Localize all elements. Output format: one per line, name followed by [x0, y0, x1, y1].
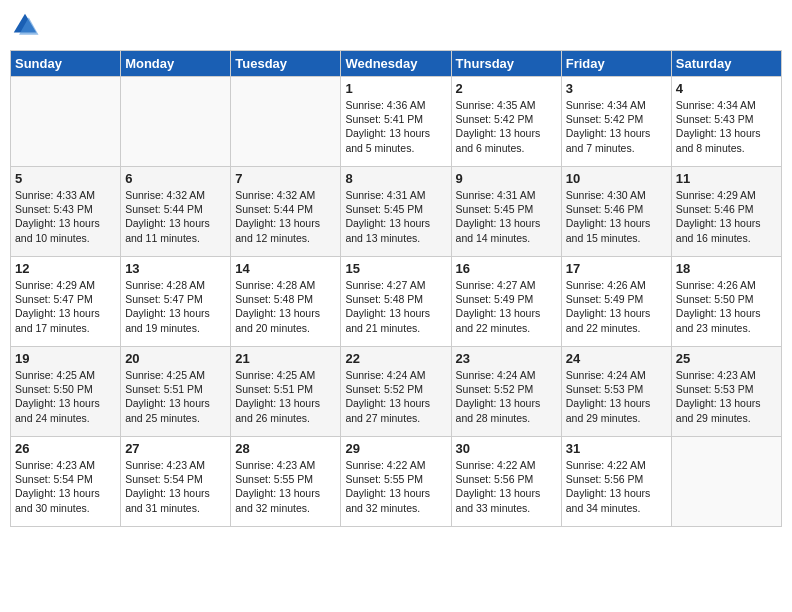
weekday-header: Tuesday [231, 51, 341, 77]
day-content: Sunrise: 4:27 AM Sunset: 5:48 PM Dayligh… [345, 278, 446, 335]
calendar-cell: 4Sunrise: 4:34 AM Sunset: 5:43 PM Daylig… [671, 77, 781, 167]
calendar-cell: 18Sunrise: 4:26 AM Sunset: 5:50 PM Dayli… [671, 257, 781, 347]
day-number: 5 [15, 171, 116, 186]
page-header [10, 10, 782, 40]
weekday-header: Monday [121, 51, 231, 77]
calendar-cell: 28Sunrise: 4:23 AM Sunset: 5:55 PM Dayli… [231, 437, 341, 527]
calendar-cell: 15Sunrise: 4:27 AM Sunset: 5:48 PM Dayli… [341, 257, 451, 347]
day-content: Sunrise: 4:23 AM Sunset: 5:53 PM Dayligh… [676, 368, 777, 425]
calendar-cell: 19Sunrise: 4:25 AM Sunset: 5:50 PM Dayli… [11, 347, 121, 437]
calendar-week: 1Sunrise: 4:36 AM Sunset: 5:41 PM Daylig… [11, 77, 782, 167]
calendar-cell: 1Sunrise: 4:36 AM Sunset: 5:41 PM Daylig… [341, 77, 451, 167]
day-content: Sunrise: 4:22 AM Sunset: 5:55 PM Dayligh… [345, 458, 446, 515]
calendar-cell: 6Sunrise: 4:32 AM Sunset: 5:44 PM Daylig… [121, 167, 231, 257]
day-content: Sunrise: 4:32 AM Sunset: 5:44 PM Dayligh… [125, 188, 226, 245]
calendar-week: 5Sunrise: 4:33 AM Sunset: 5:43 PM Daylig… [11, 167, 782, 257]
day-number: 11 [676, 171, 777, 186]
day-content: Sunrise: 4:29 AM Sunset: 5:47 PM Dayligh… [15, 278, 116, 335]
calendar-cell: 29Sunrise: 4:22 AM Sunset: 5:55 PM Dayli… [341, 437, 451, 527]
day-number: 24 [566, 351, 667, 366]
day-number: 26 [15, 441, 116, 456]
day-content: Sunrise: 4:28 AM Sunset: 5:47 PM Dayligh… [125, 278, 226, 335]
weekday-header: Wednesday [341, 51, 451, 77]
day-number: 18 [676, 261, 777, 276]
day-content: Sunrise: 4:35 AM Sunset: 5:42 PM Dayligh… [456, 98, 557, 155]
day-content: Sunrise: 4:32 AM Sunset: 5:44 PM Dayligh… [235, 188, 336, 245]
calendar-cell: 7Sunrise: 4:32 AM Sunset: 5:44 PM Daylig… [231, 167, 341, 257]
calendar-cell: 21Sunrise: 4:25 AM Sunset: 5:51 PM Dayli… [231, 347, 341, 437]
calendar-cell: 20Sunrise: 4:25 AM Sunset: 5:51 PM Dayli… [121, 347, 231, 437]
calendar-cell: 10Sunrise: 4:30 AM Sunset: 5:46 PM Dayli… [561, 167, 671, 257]
calendar-cell: 9Sunrise: 4:31 AM Sunset: 5:45 PM Daylig… [451, 167, 561, 257]
day-number: 8 [345, 171, 446, 186]
calendar-cell: 5Sunrise: 4:33 AM Sunset: 5:43 PM Daylig… [11, 167, 121, 257]
day-number: 27 [125, 441, 226, 456]
day-number: 29 [345, 441, 446, 456]
day-content: Sunrise: 4:25 AM Sunset: 5:51 PM Dayligh… [235, 368, 336, 425]
day-number: 6 [125, 171, 226, 186]
day-content: Sunrise: 4:36 AM Sunset: 5:41 PM Dayligh… [345, 98, 446, 155]
calendar-header: SundayMondayTuesdayWednesdayThursdayFrid… [11, 51, 782, 77]
day-number: 4 [676, 81, 777, 96]
calendar-week: 19Sunrise: 4:25 AM Sunset: 5:50 PM Dayli… [11, 347, 782, 437]
day-content: Sunrise: 4:24 AM Sunset: 5:53 PM Dayligh… [566, 368, 667, 425]
calendar-cell: 17Sunrise: 4:26 AM Sunset: 5:49 PM Dayli… [561, 257, 671, 347]
day-content: Sunrise: 4:31 AM Sunset: 5:45 PM Dayligh… [456, 188, 557, 245]
day-number: 23 [456, 351, 557, 366]
day-number: 9 [456, 171, 557, 186]
day-content: Sunrise: 4:27 AM Sunset: 5:49 PM Dayligh… [456, 278, 557, 335]
day-content: Sunrise: 4:34 AM Sunset: 5:42 PM Dayligh… [566, 98, 667, 155]
calendar-cell [231, 77, 341, 167]
calendar-cell: 23Sunrise: 4:24 AM Sunset: 5:52 PM Dayli… [451, 347, 561, 437]
weekday-header: Thursday [451, 51, 561, 77]
day-number: 10 [566, 171, 667, 186]
logo [10, 10, 44, 40]
day-number: 19 [15, 351, 116, 366]
calendar-cell [121, 77, 231, 167]
logo-icon [10, 10, 40, 40]
calendar-body: 1Sunrise: 4:36 AM Sunset: 5:41 PM Daylig… [11, 77, 782, 527]
calendar-cell: 31Sunrise: 4:22 AM Sunset: 5:56 PM Dayli… [561, 437, 671, 527]
day-content: Sunrise: 4:25 AM Sunset: 5:51 PM Dayligh… [125, 368, 226, 425]
day-content: Sunrise: 4:26 AM Sunset: 5:49 PM Dayligh… [566, 278, 667, 335]
day-number: 12 [15, 261, 116, 276]
calendar-cell [671, 437, 781, 527]
day-number: 28 [235, 441, 336, 456]
calendar-cell: 12Sunrise: 4:29 AM Sunset: 5:47 PM Dayli… [11, 257, 121, 347]
day-content: Sunrise: 4:23 AM Sunset: 5:54 PM Dayligh… [15, 458, 116, 515]
calendar-week: 12Sunrise: 4:29 AM Sunset: 5:47 PM Dayli… [11, 257, 782, 347]
day-number: 20 [125, 351, 226, 366]
day-number: 21 [235, 351, 336, 366]
day-number: 30 [456, 441, 557, 456]
calendar-cell [11, 77, 121, 167]
calendar-cell: 8Sunrise: 4:31 AM Sunset: 5:45 PM Daylig… [341, 167, 451, 257]
calendar-cell: 16Sunrise: 4:27 AM Sunset: 5:49 PM Dayli… [451, 257, 561, 347]
calendar-cell: 11Sunrise: 4:29 AM Sunset: 5:46 PM Dayli… [671, 167, 781, 257]
calendar-cell: 30Sunrise: 4:22 AM Sunset: 5:56 PM Dayli… [451, 437, 561, 527]
day-content: Sunrise: 4:23 AM Sunset: 5:54 PM Dayligh… [125, 458, 226, 515]
day-content: Sunrise: 4:26 AM Sunset: 5:50 PM Dayligh… [676, 278, 777, 335]
day-number: 2 [456, 81, 557, 96]
day-content: Sunrise: 4:22 AM Sunset: 5:56 PM Dayligh… [456, 458, 557, 515]
calendar-cell: 13Sunrise: 4:28 AM Sunset: 5:47 PM Dayli… [121, 257, 231, 347]
day-content: Sunrise: 4:22 AM Sunset: 5:56 PM Dayligh… [566, 458, 667, 515]
day-content: Sunrise: 4:23 AM Sunset: 5:55 PM Dayligh… [235, 458, 336, 515]
day-content: Sunrise: 4:29 AM Sunset: 5:46 PM Dayligh… [676, 188, 777, 245]
day-number: 14 [235, 261, 336, 276]
weekday-header: Friday [561, 51, 671, 77]
day-number: 22 [345, 351, 446, 366]
day-content: Sunrise: 4:31 AM Sunset: 5:45 PM Dayligh… [345, 188, 446, 245]
day-number: 1 [345, 81, 446, 96]
day-number: 13 [125, 261, 226, 276]
day-content: Sunrise: 4:24 AM Sunset: 5:52 PM Dayligh… [456, 368, 557, 425]
calendar-cell: 24Sunrise: 4:24 AM Sunset: 5:53 PM Dayli… [561, 347, 671, 437]
calendar-cell: 26Sunrise: 4:23 AM Sunset: 5:54 PM Dayli… [11, 437, 121, 527]
day-content: Sunrise: 4:24 AM Sunset: 5:52 PM Dayligh… [345, 368, 446, 425]
day-number: 31 [566, 441, 667, 456]
calendar-cell: 22Sunrise: 4:24 AM Sunset: 5:52 PM Dayli… [341, 347, 451, 437]
calendar-cell: 3Sunrise: 4:34 AM Sunset: 5:42 PM Daylig… [561, 77, 671, 167]
day-content: Sunrise: 4:30 AM Sunset: 5:46 PM Dayligh… [566, 188, 667, 245]
weekday-header: Saturday [671, 51, 781, 77]
weekday-header: Sunday [11, 51, 121, 77]
day-number: 16 [456, 261, 557, 276]
